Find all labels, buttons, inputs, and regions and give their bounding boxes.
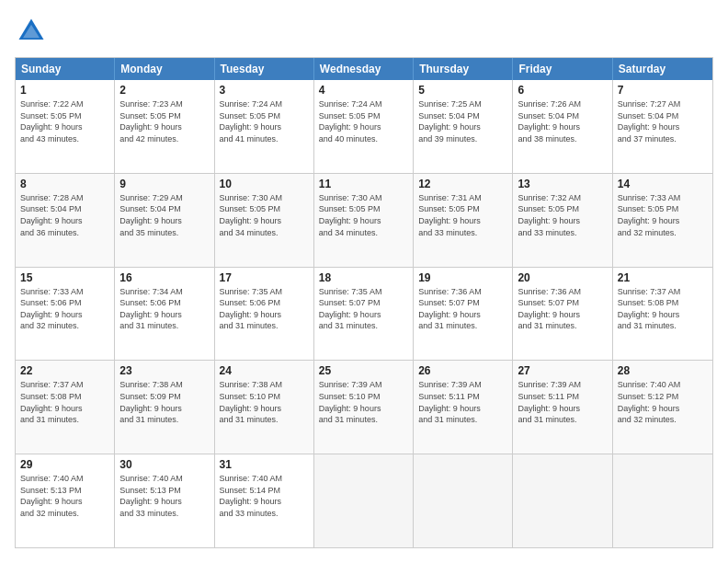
day-info: Sunrise: 7:33 AMSunset: 5:05 PMDaylight:… [618, 192, 708, 238]
header [15, 15, 713, 48]
day-number: 21 [618, 271, 708, 284]
day-number: 29 [20, 458, 109, 471]
day-cell-21: 21Sunrise: 7:37 AMSunset: 5:08 PMDayligh… [613, 268, 712, 361]
day-info: Sunrise: 7:38 AMSunset: 5:09 PMDaylight:… [119, 379, 209, 425]
empty-cell [513, 454, 612, 547]
day-info: Sunrise: 7:34 AMSunset: 5:06 PMDaylight:… [119, 286, 209, 332]
logo [15, 15, 51, 48]
day-cell-11: 11Sunrise: 7:30 AMSunset: 5:05 PMDayligh… [314, 174, 414, 267]
day-info: Sunrise: 7:35 AMSunset: 5:07 PMDaylight:… [319, 286, 408, 332]
day-number: 31 [220, 458, 309, 471]
day-cell-8: 8Sunrise: 7:28 AMSunset: 5:04 PMDaylight… [16, 174, 115, 267]
day-cell-25: 25Sunrise: 7:39 AMSunset: 5:10 PMDayligh… [314, 361, 414, 454]
day-cell-9: 9Sunrise: 7:29 AMSunset: 5:04 PMDaylight… [115, 174, 214, 267]
day-number: 9 [119, 178, 209, 190]
day-info: Sunrise: 7:24 AMSunset: 5:05 PMDaylight:… [319, 98, 408, 144]
day-cell-13: 13Sunrise: 7:32 AMSunset: 5:05 PMDayligh… [513, 174, 612, 267]
day-number: 27 [518, 364, 607, 377]
day-number: 19 [418, 271, 507, 284]
day-number: 22 [20, 364, 109, 377]
day-number: 7 [618, 84, 708, 97]
day-number: 26 [418, 364, 507, 377]
day-cell-16: 16Sunrise: 7:34 AMSunset: 5:06 PMDayligh… [115, 268, 214, 361]
header-day-thursday: Thursday [414, 58, 513, 80]
day-cell-7: 7Sunrise: 7:27 AMSunset: 5:04 PMDaylight… [613, 80, 712, 173]
day-info: Sunrise: 7:40 AMSunset: 5:13 PMDaylight:… [20, 473, 109, 519]
calendar: SundayMondayTuesdayWednesdayThursdayFrid… [15, 57, 713, 548]
day-cell-26: 26Sunrise: 7:39 AMSunset: 5:11 PMDayligh… [414, 361, 513, 454]
day-number: 3 [220, 84, 309, 97]
day-number: 24 [220, 364, 309, 377]
calendar-row-4: 29Sunrise: 7:40 AMSunset: 5:13 PMDayligh… [16, 454, 712, 547]
day-info: Sunrise: 7:32 AMSunset: 5:05 PMDaylight:… [518, 192, 607, 238]
day-cell-1: 1Sunrise: 7:22 AMSunset: 5:05 PMDaylight… [16, 80, 115, 173]
day-info: Sunrise: 7:29 AMSunset: 5:04 PMDaylight:… [119, 192, 209, 238]
empty-cell [314, 454, 414, 547]
logo-icon [15, 15, 48, 48]
day-info: Sunrise: 7:39 AMSunset: 5:11 PMDaylight:… [418, 379, 507, 425]
calendar-header: SundayMondayTuesdayWednesdayThursdayFrid… [16, 58, 712, 80]
day-cell-23: 23Sunrise: 7:38 AMSunset: 5:09 PMDayligh… [115, 361, 214, 454]
day-number: 28 [618, 364, 708, 377]
header-day-sunday: Sunday [16, 58, 115, 80]
day-info: Sunrise: 7:40 AMSunset: 5:14 PMDaylight:… [220, 473, 309, 519]
day-cell-27: 27Sunrise: 7:39 AMSunset: 5:11 PMDayligh… [513, 361, 612, 454]
header-day-monday: Monday [115, 58, 214, 80]
header-day-tuesday: Tuesday [215, 58, 314, 80]
day-cell-19: 19Sunrise: 7:36 AMSunset: 5:07 PMDayligh… [414, 268, 513, 361]
day-cell-3: 3Sunrise: 7:24 AMSunset: 5:05 PMDaylight… [215, 80, 314, 173]
calendar-row-2: 15Sunrise: 7:33 AMSunset: 5:06 PMDayligh… [16, 267, 712, 361]
day-info: Sunrise: 7:26 AMSunset: 5:04 PMDaylight:… [518, 98, 607, 144]
day-cell-12: 12Sunrise: 7:31 AMSunset: 5:05 PMDayligh… [414, 174, 513, 267]
day-cell-31: 31Sunrise: 7:40 AMSunset: 5:14 PMDayligh… [215, 454, 314, 547]
day-number: 12 [418, 178, 507, 190]
day-info: Sunrise: 7:37 AMSunset: 5:08 PMDaylight:… [20, 379, 109, 425]
day-cell-6: 6Sunrise: 7:26 AMSunset: 5:04 PMDaylight… [513, 80, 612, 173]
calendar-body: 1Sunrise: 7:22 AMSunset: 5:05 PMDaylight… [16, 80, 712, 547]
day-number: 6 [518, 84, 607, 97]
day-number: 10 [220, 178, 309, 190]
page: SundayMondayTuesdayWednesdayThursdayFrid… [0, 0, 728, 563]
day-number: 30 [119, 458, 209, 471]
day-number: 20 [518, 271, 607, 284]
header-day-saturday: Saturday [613, 58, 712, 80]
day-number: 2 [119, 84, 209, 97]
day-info: Sunrise: 7:40 AMSunset: 5:13 PMDaylight:… [119, 473, 209, 519]
day-cell-22: 22Sunrise: 7:37 AMSunset: 5:08 PMDayligh… [16, 361, 115, 454]
day-info: Sunrise: 7:25 AMSunset: 5:04 PMDaylight:… [418, 98, 507, 144]
day-number: 8 [20, 178, 109, 190]
day-number: 4 [319, 84, 408, 97]
day-number: 23 [119, 364, 209, 377]
empty-cell [613, 454, 712, 547]
day-number: 14 [618, 178, 708, 190]
day-info: Sunrise: 7:35 AMSunset: 5:06 PMDaylight:… [220, 286, 309, 332]
day-info: Sunrise: 7:39 AMSunset: 5:11 PMDaylight:… [518, 379, 607, 425]
day-cell-30: 30Sunrise: 7:40 AMSunset: 5:13 PMDayligh… [115, 454, 214, 547]
day-cell-4: 4Sunrise: 7:24 AMSunset: 5:05 PMDaylight… [314, 80, 414, 173]
day-info: Sunrise: 7:27 AMSunset: 5:04 PMDaylight:… [618, 98, 708, 144]
day-info: Sunrise: 7:39 AMSunset: 5:10 PMDaylight:… [319, 379, 408, 425]
day-cell-2: 2Sunrise: 7:23 AMSunset: 5:05 PMDaylight… [115, 80, 214, 173]
day-info: Sunrise: 7:30 AMSunset: 5:05 PMDaylight:… [220, 192, 309, 238]
day-info: Sunrise: 7:22 AMSunset: 5:05 PMDaylight:… [20, 98, 109, 144]
day-info: Sunrise: 7:23 AMSunset: 5:05 PMDaylight:… [119, 98, 209, 144]
day-number: 11 [319, 178, 408, 190]
day-info: Sunrise: 7:38 AMSunset: 5:10 PMDaylight:… [220, 379, 309, 425]
day-info: Sunrise: 7:28 AMSunset: 5:04 PMDaylight:… [20, 192, 109, 238]
day-cell-18: 18Sunrise: 7:35 AMSunset: 5:07 PMDayligh… [314, 268, 414, 361]
day-cell-29: 29Sunrise: 7:40 AMSunset: 5:13 PMDayligh… [16, 454, 115, 547]
header-day-friday: Friday [513, 58, 612, 80]
header-day-wednesday: Wednesday [314, 58, 414, 80]
day-cell-24: 24Sunrise: 7:38 AMSunset: 5:10 PMDayligh… [215, 361, 314, 454]
day-number: 18 [319, 271, 408, 284]
day-cell-17: 17Sunrise: 7:35 AMSunset: 5:06 PMDayligh… [215, 268, 314, 361]
day-number: 5 [418, 84, 507, 97]
day-number: 15 [20, 271, 109, 284]
day-info: Sunrise: 7:30 AMSunset: 5:05 PMDaylight:… [319, 192, 408, 238]
day-cell-10: 10Sunrise: 7:30 AMSunset: 5:05 PMDayligh… [215, 174, 314, 267]
day-number: 1 [20, 84, 109, 97]
day-cell-5: 5Sunrise: 7:25 AMSunset: 5:04 PMDaylight… [414, 80, 513, 173]
day-cell-14: 14Sunrise: 7:33 AMSunset: 5:05 PMDayligh… [613, 174, 712, 267]
day-number: 25 [319, 364, 408, 377]
calendar-row-1: 8Sunrise: 7:28 AMSunset: 5:04 PMDaylight… [16, 173, 712, 267]
